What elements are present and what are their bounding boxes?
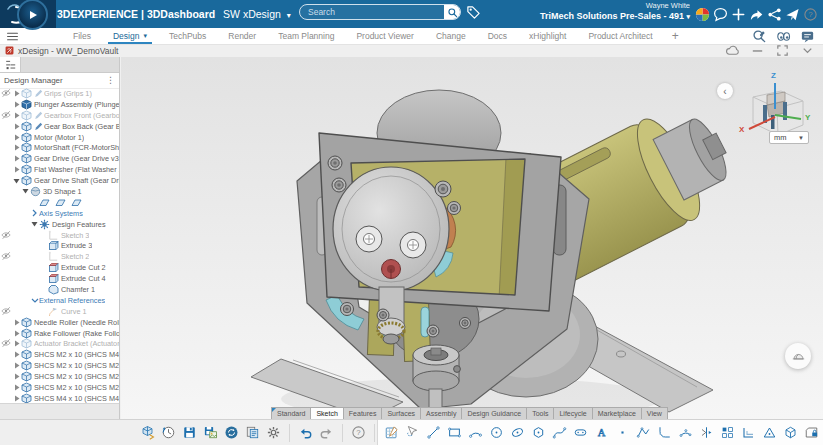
expand-arrow-right-icon[interactable] xyxy=(12,330,21,337)
action-tab-features[interactable]: Features xyxy=(343,407,383,419)
units-dropdown[interactable]: mm ▼ xyxy=(769,131,809,144)
tool-circle-button[interactable] xyxy=(486,422,507,444)
watch-icon[interactable] xyxy=(776,29,791,44)
user-menu[interactable]: Wayne White TriMech Solutions Pre-Sales … xyxy=(540,2,690,21)
tree-item[interactable]: Extrude Cut 4 xyxy=(0,273,119,284)
dashboard-tab-render[interactable]: Render xyxy=(217,28,267,44)
tree-view-tab[interactable] xyxy=(0,57,21,72)
plane-zx-icon[interactable] xyxy=(71,197,82,208)
dashboard-tab-docs[interactable]: Docs xyxy=(477,28,518,44)
tree-item[interactable]: 3D Shape 1 xyxy=(0,186,119,197)
expand-arrow-right-icon[interactable] xyxy=(12,351,21,358)
tool-convert-entity-button[interactable] xyxy=(759,422,780,444)
tool-offset-button[interactable] xyxy=(738,422,759,444)
add-icon[interactable] xyxy=(729,5,747,23)
axis-y-label[interactable]: Y xyxy=(805,113,810,122)
tool-line-button[interactable] xyxy=(423,422,444,444)
view-mode-button[interactable] xyxy=(785,343,811,369)
tree-item[interactable]: Design Features xyxy=(0,219,119,230)
axis-x-label[interactable]: X xyxy=(739,125,744,134)
dashboard-tab-files[interactable]: Files xyxy=(62,28,102,44)
expand-arrow-right-icon[interactable] xyxy=(12,123,21,130)
tool-undo-button[interactable] xyxy=(295,422,316,444)
tree-item[interactable]: Sketch 2 xyxy=(0,251,119,262)
expand-arrow-right-icon[interactable] xyxy=(12,144,21,151)
expand-arrow-right-icon[interactable] xyxy=(12,362,21,369)
tool-history-button[interactable] xyxy=(158,422,179,444)
notifications-icon[interactable] xyxy=(711,5,729,23)
expand-arrow-right-icon[interactable] xyxy=(12,395,21,402)
compass-3ds-icon[interactable] xyxy=(693,5,711,23)
minimize-icon[interactable] xyxy=(750,43,765,58)
search-icon[interactable] xyxy=(444,5,460,19)
expand-arrow-right-icon[interactable] xyxy=(12,101,21,108)
expand-arrow-right-icon[interactable] xyxy=(12,166,21,173)
tool-point-button[interactable] xyxy=(612,422,633,444)
tag-icon[interactable] xyxy=(466,5,481,20)
tree-item[interactable]: Plunger Assembly (Plunger ... xyxy=(0,99,119,110)
expand-arrow-down-icon[interactable] xyxy=(12,178,21,184)
dashboard-tab-product-viewer[interactable]: Product Viewer xyxy=(345,28,424,44)
expand-arrow-right-icon[interactable] xyxy=(12,340,21,347)
tool-save-button[interactable] xyxy=(179,422,200,444)
action-tab-view[interactable]: View xyxy=(641,407,668,419)
tree-item[interactable]: Flat Washer (Flat Washer 1) xyxy=(0,164,119,175)
tree-item[interactable]: SHCS M2 x 10 (SHCS M4 x ... xyxy=(0,349,119,360)
tree-item[interactable]: Gear Drive (Gear Drive v3 1) xyxy=(0,153,119,164)
share-network-icon[interactable] xyxy=(765,5,783,23)
tool-new-design-button[interactable] xyxy=(137,422,158,444)
action-tab-sketch[interactable]: Sketch xyxy=(310,407,343,419)
share-icon[interactable] xyxy=(747,5,765,23)
expand-arrow-down-icon[interactable] xyxy=(30,221,39,227)
action-tab-marketplace[interactable]: Marketplace xyxy=(592,407,642,419)
dashboard-tab-techpubs[interactable]: TechPubs xyxy=(158,28,217,44)
action-tab-lifecycle[interactable]: Lifecycle xyxy=(553,407,592,419)
expand-arrow-right-icon[interactable] xyxy=(12,155,21,162)
tree-item[interactable]: SHCS M2 x 10 (SHCS M2 x ... xyxy=(0,382,119,393)
kebab-menu-icon[interactable]: ⋮ xyxy=(106,76,115,85)
tree-item[interactable]: External References xyxy=(0,295,119,306)
tool-sync-button[interactable] xyxy=(221,422,242,444)
tree-item[interactable]: Gear Box Back (Gear Bo... xyxy=(0,121,119,132)
dashboard-tab-xhighlight[interactable]: xHighlight xyxy=(518,28,577,44)
expand-icon[interactable] xyxy=(775,43,790,58)
tree-item[interactable]: Extrude Cut 2 xyxy=(0,262,119,273)
tree-item[interactable]: Actuator Bracket (Actuator B... xyxy=(0,338,119,349)
chevron-down-icon[interactable] xyxy=(800,43,815,58)
tool-spline-button[interactable] xyxy=(549,422,570,444)
tool-redo-button[interactable] xyxy=(316,422,337,444)
tool-arc-3point-button[interactable] xyxy=(675,422,696,444)
expand-arrow-right-icon[interactable] xyxy=(12,90,21,97)
expand-arrow-right-icon[interactable] xyxy=(12,112,21,119)
tree-item[interactable]: Motor (Motor 1) xyxy=(0,132,119,143)
tree-item[interactable]: Curve 1 xyxy=(0,306,119,317)
hamburger-menu-icon[interactable] xyxy=(6,30,19,43)
expand-arrow-right-icon[interactable] xyxy=(12,373,21,380)
tool-trim-button[interactable] xyxy=(696,422,717,444)
tool-exit-sketch-button[interactable] xyxy=(801,422,822,444)
hidden-eye-icon[interactable] xyxy=(1,338,11,348)
tool-ellipse-button[interactable] xyxy=(507,422,528,444)
tool-polygon-button[interactable] xyxy=(528,422,549,444)
tree-item[interactable]: Chamfer 1 xyxy=(0,284,119,295)
tool-settings-button[interactable] xyxy=(263,422,284,444)
tool-polyline-button[interactable] xyxy=(633,422,654,444)
action-tab-assembly[interactable]: Assembly xyxy=(420,407,462,419)
hidden-eye-icon[interactable] xyxy=(1,230,11,240)
plane-xy-icon[interactable] xyxy=(39,197,50,208)
tree-item[interactable]: Sketch 3 xyxy=(0,230,119,241)
hidden-eye-icon[interactable] xyxy=(1,306,11,316)
tree-item[interactable]: SHCS M2 x 10 (SHCS M2 x ... xyxy=(0,360,119,371)
plane-yz-icon[interactable] xyxy=(55,197,66,208)
add-tab-button[interactable]: + xyxy=(664,29,687,43)
tree-item[interactable]: Gear Drive Shaft (Gear Driv... xyxy=(0,175,119,186)
search-bar[interactable] xyxy=(299,4,461,20)
search-annotate-icon[interactable] xyxy=(752,29,767,44)
tool-lasso-select-button[interactable] xyxy=(402,422,423,444)
expand-arrow-right-icon[interactable] xyxy=(12,319,21,326)
tool-sketch-button[interactable] xyxy=(381,422,402,444)
3d-viewport[interactable]: Z Y X ‹ mm ▼ xyxy=(121,57,823,419)
tool-slot-button[interactable] xyxy=(570,422,591,444)
tool-arc-button[interactable] xyxy=(465,422,486,444)
rocket-icon[interactable] xyxy=(783,5,801,23)
